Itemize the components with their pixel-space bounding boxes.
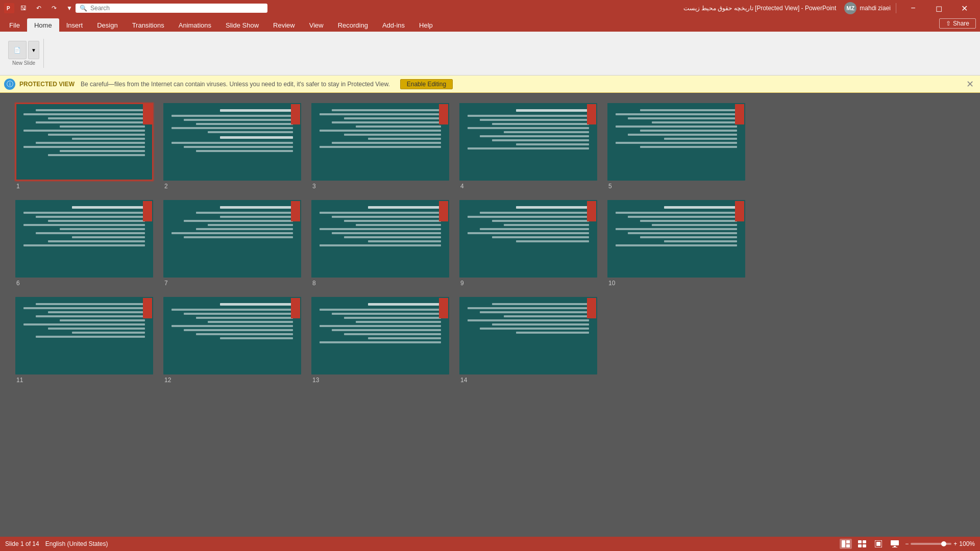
slide-thumb-2	[163, 103, 301, 181]
slide-item-4[interactable]: 4	[459, 103, 597, 190]
new-slide-button[interactable]: 📄	[8, 41, 27, 59]
svg-rect-5	[858, 540, 862, 543]
slide-item-12[interactable]: 12	[163, 297, 301, 384]
svg-rect-2	[842, 540, 845, 547]
svg-rect-8	[863, 544, 866, 547]
slide-row-1: 1	[15, 103, 745, 190]
slide-thumb-1	[15, 103, 153, 181]
slide-row-2: 6 7	[15, 200, 745, 287]
slide-number-5: 5	[607, 183, 612, 190]
svg-rect-7	[858, 544, 862, 547]
close-protected-bar-button[interactable]: ✕	[964, 79, 976, 90]
slide-item-2[interactable]: 2	[163, 103, 301, 190]
slide-number-14: 14	[459, 377, 467, 384]
tab-transitions[interactable]: Transitions	[125, 18, 172, 32]
zoom-in-button[interactable]: +	[953, 540, 957, 547]
tab-home[interactable]: Home	[27, 18, 59, 32]
shield-icon: ⓘ	[4, 79, 15, 90]
username: mahdi ziaei	[860, 5, 891, 12]
slide-thumb-5	[607, 103, 745, 181]
slide-number-12: 12	[163, 377, 171, 384]
slide-number-10: 10	[607, 280, 615, 287]
slide-thumb-9	[459, 200, 597, 278]
app-icon: P	[4, 3, 14, 13]
slide-thumb-12	[163, 297, 301, 374]
slide-number-6: 6	[15, 280, 20, 287]
save-qat-button[interactable]: 🖫	[17, 2, 30, 14]
slide-grid: 1	[0, 93, 980, 537]
enable-editing-button[interactable]: Enable Editing	[400, 79, 453, 89]
slide-thumb-8	[311, 200, 449, 278]
zoom-slider[interactable]	[911, 543, 951, 545]
title-text: تاریخچه حقوق محیط زیست [Protected View] …	[683, 5, 837, 12]
slide-item-1[interactable]: 1	[15, 103, 153, 190]
svg-rect-3	[846, 540, 850, 543]
slide-number-11: 11	[15, 377, 23, 384]
slide-number-13: 13	[311, 377, 319, 384]
zoom-control[interactable]: − + 100%	[905, 540, 975, 547]
slide-thumb-4	[459, 103, 597, 181]
titlebar-center: 🔍	[76, 4, 683, 13]
protected-view-label: PROTECTED VIEW	[19, 81, 75, 88]
svg-rect-4	[846, 544, 850, 547]
slide-thumb-11	[15, 297, 153, 374]
tab-slideshow[interactable]: Slide Show	[218, 18, 266, 32]
slide-item-6[interactable]: 6	[15, 200, 153, 287]
reading-view-button[interactable]	[872, 539, 885, 549]
slide-number-7: 7	[163, 280, 168, 287]
slide-item-5[interactable]: 5	[607, 103, 745, 190]
new-slide-dropdown[interactable]: ▼	[28, 41, 39, 59]
tab-animations[interactable]: Animations	[172, 18, 218, 32]
slide-thumb-6	[15, 200, 153, 278]
restore-button[interactable]: ◻	[927, 0, 950, 16]
slide-number-9: 9	[459, 280, 464, 287]
protected-view-bar: ⓘ PROTECTED VIEW Be careful—files from t…	[0, 76, 980, 93]
slide-thumb-7	[163, 200, 301, 278]
user-area: MZ mahdi ziaei	[844, 2, 891, 14]
slide-item-11[interactable]: 11	[15, 297, 153, 384]
tab-recording[interactable]: Recording	[331, 18, 375, 32]
svg-rect-13	[892, 547, 897, 547]
svg-rect-11	[891, 540, 899, 545]
slide-sorter-button[interactable]	[856, 539, 868, 549]
ribbon-tabs: File Home Insert Design Transitions Anim…	[0, 16, 980, 32]
svg-rect-10	[876, 542, 880, 546]
slide-number-4: 4	[459, 183, 464, 190]
status-bar: Slide 1 of 14 English (United States)	[0, 537, 980, 551]
slide-number-3: 3	[311, 183, 316, 190]
tab-design[interactable]: Design	[90, 18, 125, 32]
slide-item-10[interactable]: 10	[607, 200, 745, 287]
slide-row-3: 11	[15, 297, 597, 384]
slide-number-8: 8	[311, 280, 316, 287]
presenter-view-button[interactable]	[889, 539, 901, 549]
svg-text:P: P	[7, 6, 10, 11]
slide-item-9[interactable]: 9	[459, 200, 597, 287]
search-input[interactable]	[90, 5, 263, 12]
undo-qat-button[interactable]: ↶	[33, 2, 45, 14]
svg-rect-6	[863, 540, 866, 543]
tab-help[interactable]: Help	[412, 18, 440, 32]
search-bar[interactable]: 🔍	[76, 4, 267, 13]
tab-file[interactable]: File	[2, 18, 27, 32]
slide-item-8[interactable]: 8	[311, 200, 449, 287]
minimize-button[interactable]: −	[901, 0, 925, 16]
redo-qat-button[interactable]: ↷	[48, 2, 60, 14]
tab-addins[interactable]: Add-ins	[375, 18, 412, 32]
slide-item-3[interactable]: 3	[311, 103, 449, 190]
tab-insert[interactable]: Insert	[59, 18, 90, 32]
slide-item-7[interactable]: 7	[163, 200, 301, 287]
close-button[interactable]: ✕	[952, 0, 976, 16]
main-area: 1	[0, 93, 980, 537]
search-icon: 🔍	[80, 5, 87, 12]
tab-view[interactable]: View	[302, 18, 331, 32]
normal-view-button[interactable]	[840, 539, 852, 549]
slide-item-13[interactable]: 13	[311, 297, 449, 384]
slide-count-status: Slide 1 of 14	[5, 540, 39, 547]
share-button[interactable]: ⇧ Share	[939, 18, 976, 29]
tab-review[interactable]: Review	[266, 18, 302, 32]
slide-item-14[interactable]: 14	[459, 297, 597, 384]
ribbon-content: 📄 ▼ New Slide	[0, 32, 980, 76]
slide-thumb-13	[311, 297, 449, 374]
customize-qat-button[interactable]: ▼	[63, 2, 76, 14]
zoom-out-button[interactable]: −	[905, 540, 909, 547]
